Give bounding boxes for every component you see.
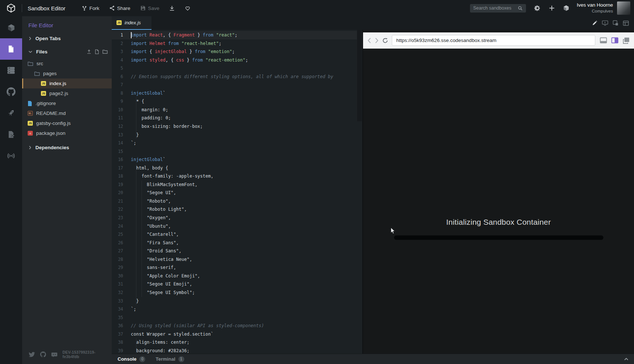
code-line-20[interactable]: 20 "Segoe UI",: [112, 189, 362, 197]
discord-icon[interactable]: [51, 352, 58, 357]
upload-file-icon[interactable]: [87, 49, 91, 54]
toggle-sidebar-panel-icon[interactable]: [611, 37, 619, 43]
code-line-18[interactable]: 18 font-family: -apple-system,: [112, 172, 362, 181]
code-line-26[interactable]: 26 "Fira Sans",: [112, 239, 362, 247]
code-line-24[interactable]: 24 "Ubuntu",: [112, 222, 362, 231]
new-file-icon[interactable]: [95, 49, 99, 54]
indent-guide: [136, 338, 136, 347]
avatar[interactable]: [617, 1, 630, 15]
code-line-15[interactable]: 15: [112, 147, 362, 156]
code-line-14[interactable]: 14`;: [112, 139, 362, 147]
indent-guide: [136, 172, 136, 181]
save-button[interactable]: Save: [140, 6, 160, 11]
file-tree-item-gatsby-config.js[interactable]: JSgatsby-config.js: [22, 118, 112, 128]
file-tree-item-src[interactable]: src: [22, 59, 112, 69]
code-line-7[interactable]: 7: [112, 81, 362, 89]
code-editor[interactable]: 1import React, { Fragment } from "react"…: [112, 30, 362, 354]
open-tabs-section[interactable]: Open Tabs: [22, 34, 112, 43]
code-line-8[interactable]: 8injectGlobal`: [112, 89, 362, 98]
devtools-layout-icon[interactable]: [623, 21, 629, 26]
fork-button[interactable]: Fork: [82, 6, 100, 11]
line-number: 34: [112, 305, 123, 314]
fork-icon: [82, 6, 87, 11]
file-tree-item-README.md[interactable]: M↓README.md: [22, 108, 112, 118]
file-editor-icon[interactable]: [0, 38, 22, 60]
search-input[interactable]: Search sandboxes: [470, 4, 526, 13]
toggle-console-panel-icon[interactable]: [600, 37, 607, 43]
indent-guide: [136, 347, 136, 354]
server-control-icon[interactable]: [0, 60, 22, 81]
dependencies-section[interactable]: Dependencies: [22, 143, 112, 152]
code-line-30[interactable]: 30 "Apple Color Emoji",: [112, 272, 362, 280]
code-line-32[interactable]: 32 "Segoe UI Symbol";: [112, 288, 362, 297]
back-icon[interactable]: [367, 38, 371, 43]
editor-view-icon[interactable]: [592, 20, 598, 26]
twitter-icon[interactable]: [29, 352, 35, 357]
settings-gear-icon[interactable]: [534, 5, 541, 11]
share-button[interactable]: Share: [109, 6, 130, 11]
open-in-new-window-icon[interactable]: [623, 37, 630, 44]
url-input[interactable]: https://o5k93zm626.sse.codesandbox.strea…: [392, 35, 595, 46]
indent-guide: [142, 239, 142, 247]
code-line-11[interactable]: 11 padding: 0;: [112, 114, 362, 122]
forward-icon[interactable]: [375, 38, 379, 43]
export-zip-button[interactable]: [169, 6, 175, 11]
code-line-25[interactable]: 25 "Cantarell",: [112, 230, 362, 239]
deployment-config-icon[interactable]: [0, 124, 22, 145]
code-line-33[interactable]: 33 }: [112, 297, 362, 305]
code-line-9[interactable]: 9 * {: [112, 97, 362, 106]
code-line-5[interactable]: 5: [112, 64, 362, 73]
preview-view-icon[interactable]: [602, 20, 608, 26]
code-line-31[interactable]: 31 "Segoe UI Emoji",: [112, 280, 362, 288]
refresh-icon[interactable]: [382, 38, 388, 43]
code-line-36[interactable]: 36// Using styled (similar API as styled…: [112, 322, 362, 330]
responsive-view-icon[interactable]: [613, 20, 619, 26]
code-line-2[interactable]: 2import Helmet from "react-helmet";: [112, 39, 362, 48]
code-line-35[interactable]: 35: [112, 314, 362, 322]
code-line-13[interactable]: 13 }: [112, 131, 362, 139]
terminal-tab[interactable]: Terminal 1: [156, 356, 184, 362]
code-line-21[interactable]: 21 "Roboto",: [112, 197, 362, 206]
code-line-19[interactable]: 19 BlinkMacSystemFont,: [112, 181, 362, 189]
code-line-34[interactable]: 34`;: [112, 305, 362, 314]
codesandbox-logo-icon[interactable]: [6, 3, 17, 13]
code-line-38[interactable]: 38 align-items: center;: [112, 338, 362, 347]
deployment-rocket-icon[interactable]: [0, 102, 22, 124]
indent-guide: [136, 214, 136, 222]
code-line-6[interactable]: 6// Emotion supports different styling o…: [112, 73, 362, 81]
tab-index-js[interactable]: JS index.js: [112, 16, 151, 30]
file-tree-item-package.json[interactable]: ≡package.json: [22, 128, 112, 138]
file-tree-item-.gitignore[interactable]: .gitignore: [22, 98, 112, 108]
new-folder-icon[interactable]: [102, 49, 108, 54]
code-line-1[interactable]: 1import React, { Fragment } from "react"…: [112, 31, 362, 39]
code-line-27[interactable]: 27 "Droid Sans",: [112, 247, 362, 255]
code-line-4[interactable]: 4import styled, { css } from "react-emot…: [112, 56, 362, 64]
user-menu[interactable]: Ives van Hoorne Compulves: [577, 2, 613, 14]
code-line-3[interactable]: 3import { injectGlobal } from "emotion";: [112, 48, 362, 56]
code-line-29[interactable]: 29 sans-serif,: [112, 263, 362, 272]
code-line-37[interactable]: 37const Wrapper = styled.section`: [112, 330, 362, 339]
new-sandbox-plus-icon[interactable]: [549, 5, 555, 11]
expand-devtools-chevron-icon[interactable]: [624, 357, 629, 362]
like-button[interactable]: [185, 6, 191, 11]
sandbox-info-icon[interactable]: [0, 17, 22, 38]
file-tree-item-page2.js[interactable]: JSpage2.js: [22, 88, 112, 98]
file-tree-item-index.js[interactable]: JSindex.js: [22, 78, 112, 88]
code-line-10[interactable]: 10 margin: 0;: [112, 106, 362, 114]
code-line-23[interactable]: 23 "Oxygen",: [112, 214, 362, 222]
console-badge: 0: [139, 356, 145, 362]
file-tree-item-pages[interactable]: pages: [22, 69, 112, 78]
code-line-12[interactable]: 12 box-sizing: border-box;: [112, 122, 362, 131]
code-line-28[interactable]: 28 "Helvetica Neue",: [112, 255, 362, 264]
code-line-16[interactable]: 16injectGlobal`: [112, 155, 362, 164]
github-icon[interactable]: [0, 81, 22, 102]
github-link-icon[interactable]: [40, 351, 46, 357]
code-line-17[interactable]: 17 html, body {: [112, 164, 362, 172]
files-section[interactable]: Files: [22, 47, 112, 56]
code-line-39[interactable]: 39 background: #282a36;: [112, 347, 362, 354]
my-sandboxes-cube-icon[interactable]: [563, 5, 569, 11]
live-session-icon[interactable]: [0, 145, 22, 167]
editor-scrollbar[interactable]: [357, 30, 362, 121]
console-tab[interactable]: Console 0: [118, 356, 145, 362]
code-line-22[interactable]: 22 "Roboto Light",: [112, 205, 362, 214]
